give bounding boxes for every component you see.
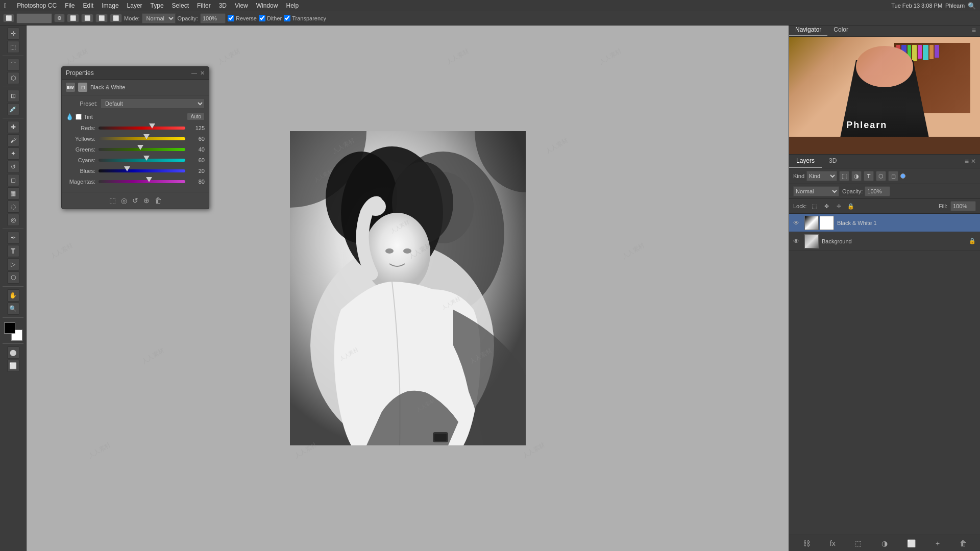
quick-select-tool[interactable]: ⬡ [7, 72, 19, 84]
menu-help[interactable]: Help [282, 0, 303, 11]
path-tool[interactable]: ▷ [7, 258, 19, 270]
menu-filter[interactable]: Filter [193, 0, 215, 11]
clip-layer-icon[interactable]: ⊕ [143, 196, 150, 205]
yellows-slider-container[interactable] [99, 135, 185, 142]
opacity-input[interactable]: 100% [200, 13, 226, 23]
mode-select[interactable]: Normal [142, 13, 176, 23]
filter-shape-icon[interactable]: ⬡ [876, 171, 886, 181]
menu-3d[interactable]: 3D [215, 0, 231, 11]
filter-type-icon[interactable]: T [864, 171, 874, 181]
3d-tab[interactable]: 3D [822, 155, 844, 168]
greens-thumb[interactable] [137, 145, 143, 150]
history-brush-tool[interactable]: ↺ [7, 161, 19, 173]
lock-transparent-icon[interactable]: ⬚ [810, 202, 819, 211]
brush-shape-btn4[interactable]: ⬜ [110, 14, 122, 22]
menu-image[interactable]: Image [97, 0, 122, 11]
color-swatches[interactable] [4, 322, 22, 341]
menu-layer[interactable]: Layer [123, 0, 146, 11]
eraser-tool[interactable]: ◻ [7, 174, 19, 186]
brush-shape-btn3[interactable]: ⬜ [95, 14, 108, 22]
screen-mode-btn[interactable]: ⬜ [7, 360, 19, 372]
type-tool[interactable]: T [7, 245, 19, 257]
brush-tool[interactable]: 🖌 [7, 134, 19, 146]
move-tool[interactable]: ✛ [7, 28, 19, 40]
tool-options-btn[interactable]: ⬜ [3, 14, 14, 22]
navigator-tab[interactable]: Navigator [789, 24, 827, 36]
new-adjustment-layer-icon[interactable]: ◑ [881, 539, 888, 547]
add-mask-layer-icon[interactable]: ⬚ [855, 539, 862, 547]
lock-all-icon[interactable]: 🔒 [846, 202, 855, 211]
delete-adjustment-icon[interactable]: 🗑 [155, 196, 162, 205]
brush-shape-btn2[interactable]: ⬜ [81, 14, 93, 22]
preset-select[interactable]: Default [101, 98, 205, 109]
menu-view[interactable]: View [231, 0, 252, 11]
crop-tool[interactable]: ⊡ [7, 90, 19, 102]
bg-layer-eye-icon[interactable]: 👁 [793, 238, 801, 245]
hand-tool[interactable]: ✋ [7, 289, 19, 302]
dither-checkbox[interactable] [259, 15, 265, 21]
auto-button[interactable]: Auto [187, 113, 205, 120]
fill-input[interactable]: 100% [950, 201, 976, 211]
layers-panel-close-icon[interactable]: ✕ [971, 158, 976, 165]
brush-settings-btn[interactable]: ⚙ [54, 14, 65, 22]
magentas-thumb[interactable] [146, 177, 152, 182]
reds-slider-container[interactable] [99, 124, 185, 132]
layer-item-bw[interactable]: 👁 Black & White 1 [789, 214, 980, 232]
cyans-thumb[interactable] [143, 156, 150, 161]
eyedropper-tool[interactable]: 💉 [7, 103, 19, 115]
tint-dropper-icon[interactable]: 💧 [66, 113, 74, 120]
transparency-checkbox[interactable] [284, 15, 290, 21]
gradient-tool[interactable]: ▦ [7, 187, 19, 199]
lock-position-icon[interactable]: ✛ [834, 202, 843, 211]
filter-pixel-icon[interactable]: ⬚ [839, 171, 849, 181]
foreground-color-swatch[interactable] [4, 322, 15, 334]
reds-thumb[interactable] [149, 123, 155, 129]
reset-icon[interactable]: ↺ [132, 196, 138, 205]
new-group-icon[interactable]: ⬜ [907, 539, 916, 547]
pen-tool[interactable]: ✒ [7, 232, 19, 244]
clone-stamp-tool[interactable]: ✦ [7, 147, 19, 160]
layers-tab[interactable]: Layers [789, 155, 822, 168]
search-icon[interactable]: 🔍 [968, 2, 976, 10]
quick-mask-btn[interactable]: ⬤ [7, 346, 19, 359]
brush-preview[interactable] [16, 13, 52, 23]
new-layer-icon[interactable]: + [936, 539, 940, 547]
bw-layer-eye-icon[interactable]: 👁 [793, 219, 801, 227]
menu-select[interactable]: Select [168, 0, 193, 11]
yellows-thumb[interactable] [143, 134, 150, 139]
view-previous-icon[interactable]: ◎ [121, 196, 127, 205]
color-tab[interactable]: Color [827, 24, 854, 36]
magentas-slider-container[interactable] [99, 178, 185, 185]
layer-item-background[interactable]: 👁 Background 🔒 [789, 232, 980, 251]
reverse-checkbox[interactable] [228, 15, 234, 21]
kind-select[interactable]: Kind [806, 171, 837, 181]
layers-panel-settings-icon[interactable]: ≡ [965, 157, 969, 165]
layer-fx-icon[interactable]: fx [830, 539, 836, 547]
add-mask-icon[interactable]: ⬚ [109, 196, 116, 205]
delete-layer-icon[interactable]: 🗑 [960, 539, 967, 547]
marquee-tool[interactable]: ⬚ [7, 41, 19, 53]
greens-slider-container[interactable] [99, 146, 185, 153]
opacity-input[interactable]: 100% [865, 186, 890, 196]
panel-close-icon[interactable]: ✕ [200, 70, 205, 77]
menu-type[interactable]: Type [146, 0, 168, 11]
blend-mode-select[interactable]: Normal [793, 186, 839, 196]
menu-photoshop[interactable]: Photoshop CC [13, 0, 61, 11]
shape-tool[interactable]: ⬡ [7, 271, 19, 284]
brush-shape-btn1[interactable]: ⬜ [67, 14, 79, 22]
menu-file[interactable]: File [61, 0, 79, 11]
lasso-tool[interactable]: ⌒ [7, 59, 19, 71]
panel-minimize-icon[interactable]: — [191, 70, 197, 77]
blues-thumb[interactable] [124, 166, 130, 171]
spot-healing-tool[interactable]: ✚ [7, 121, 19, 133]
apple-logo-icon[interactable]:  [4, 2, 7, 10]
menu-edit[interactable]: Edit [79, 0, 98, 11]
blues-slider-container[interactable] [99, 167, 185, 174]
blur-tool[interactable]: ◌ [7, 201, 19, 213]
nav-panel-settings-icon[interactable]: ≡ [968, 24, 980, 36]
dodge-tool[interactable]: ◎ [7, 214, 19, 226]
filter-smartobject-icon[interactable]: ◻ [888, 171, 898, 181]
filter-adjustment-icon[interactable]: ◑ [851, 171, 862, 181]
link-layers-icon[interactable]: ⛓ [803, 539, 810, 547]
zoom-tool[interactable]: 🔍 [7, 303, 19, 315]
